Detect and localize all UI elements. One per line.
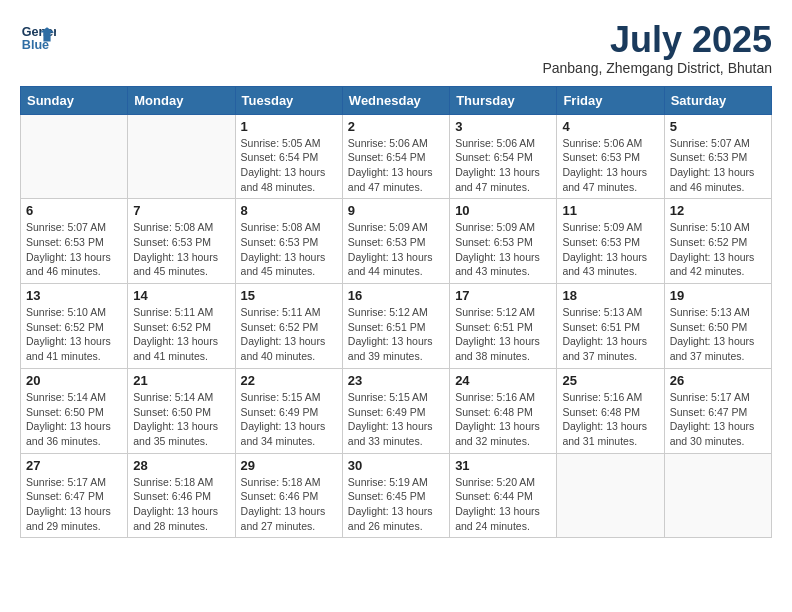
calendar-cell [128,114,235,199]
weekday-header-thursday: Thursday [450,86,557,114]
day-info: Sunrise: 5:14 AM Sunset: 6:50 PM Dayligh… [26,390,122,449]
day-number: 13 [26,288,122,303]
weekday-header-tuesday: Tuesday [235,86,342,114]
calendar-cell: 26Sunrise: 5:17 AM Sunset: 6:47 PM Dayli… [664,368,771,453]
weekday-header-wednesday: Wednesday [342,86,449,114]
logo-icon: General Blue [20,20,56,56]
page-header: General Blue July 2025 Panbang, Zhemgang… [20,20,772,76]
calendar-cell: 9Sunrise: 5:09 AM Sunset: 6:53 PM Daylig… [342,199,449,284]
day-info: Sunrise: 5:09 AM Sunset: 6:53 PM Dayligh… [562,220,658,279]
day-info: Sunrise: 5:18 AM Sunset: 6:46 PM Dayligh… [241,475,337,534]
day-info: Sunrise: 5:16 AM Sunset: 6:48 PM Dayligh… [562,390,658,449]
day-number: 14 [133,288,229,303]
calendar-week-row: 13Sunrise: 5:10 AM Sunset: 6:52 PM Dayli… [21,284,772,369]
day-info: Sunrise: 5:06 AM Sunset: 6:53 PM Dayligh… [562,136,658,195]
calendar-cell: 16Sunrise: 5:12 AM Sunset: 6:51 PM Dayli… [342,284,449,369]
calendar-table: SundayMondayTuesdayWednesdayThursdayFrid… [20,86,772,539]
calendar-cell: 8Sunrise: 5:08 AM Sunset: 6:53 PM Daylig… [235,199,342,284]
weekday-header-friday: Friday [557,86,664,114]
day-number: 3 [455,119,551,134]
day-number: 11 [562,203,658,218]
calendar-cell: 29Sunrise: 5:18 AM Sunset: 6:46 PM Dayli… [235,453,342,538]
weekday-header-row: SundayMondayTuesdayWednesdayThursdayFrid… [21,86,772,114]
day-info: Sunrise: 5:09 AM Sunset: 6:53 PM Dayligh… [455,220,551,279]
day-info: Sunrise: 5:07 AM Sunset: 6:53 PM Dayligh… [26,220,122,279]
day-number: 23 [348,373,444,388]
day-number: 26 [670,373,766,388]
day-info: Sunrise: 5:06 AM Sunset: 6:54 PM Dayligh… [455,136,551,195]
calendar-cell: 30Sunrise: 5:19 AM Sunset: 6:45 PM Dayli… [342,453,449,538]
day-number: 7 [133,203,229,218]
day-info: Sunrise: 5:05 AM Sunset: 6:54 PM Dayligh… [241,136,337,195]
day-number: 25 [562,373,658,388]
calendar-cell: 28Sunrise: 5:18 AM Sunset: 6:46 PM Dayli… [128,453,235,538]
day-info: Sunrise: 5:11 AM Sunset: 6:52 PM Dayligh… [133,305,229,364]
day-number: 28 [133,458,229,473]
day-info: Sunrise: 5:15 AM Sunset: 6:49 PM Dayligh… [348,390,444,449]
location-subtitle: Panbang, Zhemgang District, Bhutan [542,60,772,76]
weekday-header-monday: Monday [128,86,235,114]
calendar-cell: 10Sunrise: 5:09 AM Sunset: 6:53 PM Dayli… [450,199,557,284]
day-info: Sunrise: 5:07 AM Sunset: 6:53 PM Dayligh… [670,136,766,195]
calendar-cell: 5Sunrise: 5:07 AM Sunset: 6:53 PM Daylig… [664,114,771,199]
calendar-cell: 22Sunrise: 5:15 AM Sunset: 6:49 PM Dayli… [235,368,342,453]
day-number: 21 [133,373,229,388]
day-number: 27 [26,458,122,473]
calendar-cell: 2Sunrise: 5:06 AM Sunset: 6:54 PM Daylig… [342,114,449,199]
calendar-week-row: 27Sunrise: 5:17 AM Sunset: 6:47 PM Dayli… [21,453,772,538]
day-info: Sunrise: 5:15 AM Sunset: 6:49 PM Dayligh… [241,390,337,449]
calendar-cell: 19Sunrise: 5:13 AM Sunset: 6:50 PM Dayli… [664,284,771,369]
calendar-cell: 17Sunrise: 5:12 AM Sunset: 6:51 PM Dayli… [450,284,557,369]
day-info: Sunrise: 5:19 AM Sunset: 6:45 PM Dayligh… [348,475,444,534]
day-number: 15 [241,288,337,303]
calendar-cell [21,114,128,199]
day-info: Sunrise: 5:12 AM Sunset: 6:51 PM Dayligh… [348,305,444,364]
calendar-cell [557,453,664,538]
day-number: 29 [241,458,337,473]
calendar-cell: 1Sunrise: 5:05 AM Sunset: 6:54 PM Daylig… [235,114,342,199]
day-info: Sunrise: 5:09 AM Sunset: 6:53 PM Dayligh… [348,220,444,279]
calendar-week-row: 20Sunrise: 5:14 AM Sunset: 6:50 PM Dayli… [21,368,772,453]
day-number: 18 [562,288,658,303]
weekday-header-saturday: Saturday [664,86,771,114]
day-info: Sunrise: 5:13 AM Sunset: 6:51 PM Dayligh… [562,305,658,364]
day-info: Sunrise: 5:08 AM Sunset: 6:53 PM Dayligh… [133,220,229,279]
weekday-header-sunday: Sunday [21,86,128,114]
calendar-cell: 3Sunrise: 5:06 AM Sunset: 6:54 PM Daylig… [450,114,557,199]
day-number: 16 [348,288,444,303]
day-number: 31 [455,458,551,473]
day-info: Sunrise: 5:13 AM Sunset: 6:50 PM Dayligh… [670,305,766,364]
day-info: Sunrise: 5:20 AM Sunset: 6:44 PM Dayligh… [455,475,551,534]
day-number: 17 [455,288,551,303]
day-number: 20 [26,373,122,388]
calendar-week-row: 6Sunrise: 5:07 AM Sunset: 6:53 PM Daylig… [21,199,772,284]
month-year-title: July 2025 [542,20,772,60]
day-number: 4 [562,119,658,134]
day-number: 12 [670,203,766,218]
day-number: 24 [455,373,551,388]
day-number: 9 [348,203,444,218]
day-number: 2 [348,119,444,134]
day-number: 1 [241,119,337,134]
calendar-cell: 18Sunrise: 5:13 AM Sunset: 6:51 PM Dayli… [557,284,664,369]
calendar-cell: 12Sunrise: 5:10 AM Sunset: 6:52 PM Dayli… [664,199,771,284]
day-number: 10 [455,203,551,218]
day-info: Sunrise: 5:10 AM Sunset: 6:52 PM Dayligh… [26,305,122,364]
day-info: Sunrise: 5:10 AM Sunset: 6:52 PM Dayligh… [670,220,766,279]
calendar-week-row: 1Sunrise: 5:05 AM Sunset: 6:54 PM Daylig… [21,114,772,199]
day-number: 8 [241,203,337,218]
calendar-cell: 27Sunrise: 5:17 AM Sunset: 6:47 PM Dayli… [21,453,128,538]
calendar-cell: 20Sunrise: 5:14 AM Sunset: 6:50 PM Dayli… [21,368,128,453]
calendar-cell: 6Sunrise: 5:07 AM Sunset: 6:53 PM Daylig… [21,199,128,284]
day-info: Sunrise: 5:16 AM Sunset: 6:48 PM Dayligh… [455,390,551,449]
day-info: Sunrise: 5:11 AM Sunset: 6:52 PM Dayligh… [241,305,337,364]
calendar-cell: 4Sunrise: 5:06 AM Sunset: 6:53 PM Daylig… [557,114,664,199]
day-info: Sunrise: 5:14 AM Sunset: 6:50 PM Dayligh… [133,390,229,449]
day-info: Sunrise: 5:06 AM Sunset: 6:54 PM Dayligh… [348,136,444,195]
calendar-cell: 15Sunrise: 5:11 AM Sunset: 6:52 PM Dayli… [235,284,342,369]
day-info: Sunrise: 5:08 AM Sunset: 6:53 PM Dayligh… [241,220,337,279]
calendar-cell [664,453,771,538]
day-info: Sunrise: 5:17 AM Sunset: 6:47 PM Dayligh… [26,475,122,534]
day-number: 5 [670,119,766,134]
calendar-cell: 21Sunrise: 5:14 AM Sunset: 6:50 PM Dayli… [128,368,235,453]
